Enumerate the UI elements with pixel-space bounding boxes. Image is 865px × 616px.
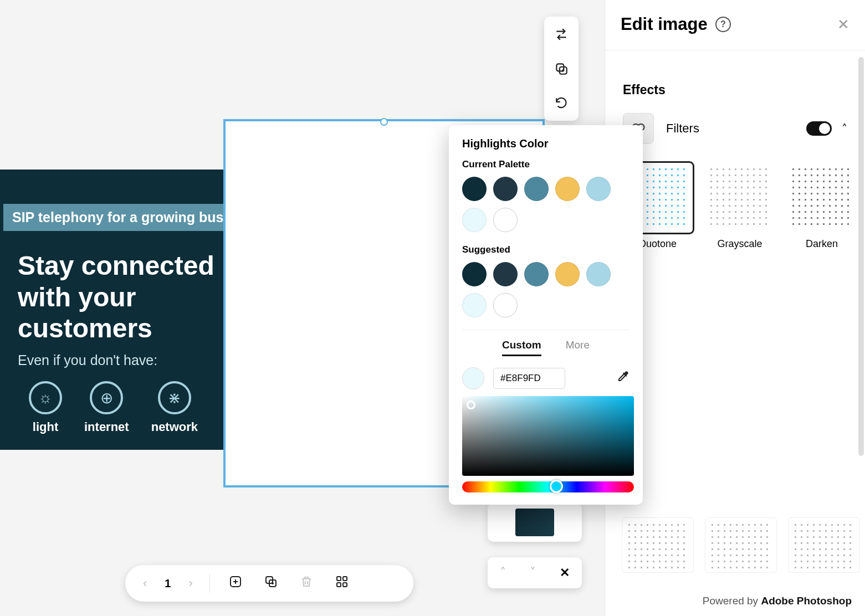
color-swatch[interactable] <box>462 262 487 286</box>
filter-card-label: Darken <box>806 238 838 250</box>
nav-pill: ˄ ˅ ✕ <box>488 557 582 588</box>
hex-row <box>462 367 629 389</box>
powered-by: Powered by Adobe Photoshop <box>703 595 852 607</box>
banner-icon-item: ⊕internet <box>84 381 129 434</box>
image-thumbnail[interactable] <box>515 509 554 536</box>
selection-handle-top[interactable] <box>380 118 388 126</box>
banner-headline: Stay connectedwith yourcustomers <box>18 250 214 345</box>
suggested-palette-label: Suggested <box>462 244 629 255</box>
color-gradient-area[interactable] <box>462 396 634 476</box>
svg-rect-8 <box>343 583 347 587</box>
banner-icon-label: light <box>33 420 58 434</box>
filter-card-label: Grayscale <box>717 238 762 250</box>
filters-label: Filters <box>666 121 699 136</box>
color-swatch[interactable] <box>493 293 518 317</box>
banner-subline: Even if you don't have: <box>18 352 157 368</box>
nav-close[interactable]: ✕ <box>560 566 570 580</box>
svg-rect-7 <box>337 583 341 587</box>
swap-icon[interactable] <box>554 27 569 42</box>
help-icon[interactable]: ? <box>715 17 731 32</box>
color-tabs: Custom More <box>462 330 629 356</box>
filter-card-wrap: Darken <box>787 163 857 250</box>
hex-input[interactable] <box>493 368 565 389</box>
filter-preview <box>708 166 771 229</box>
color-swatch[interactable] <box>524 262 549 286</box>
current-palette <box>462 177 629 232</box>
vertical-toolbar <box>544 17 579 121</box>
color-swatch[interactable] <box>462 177 487 201</box>
hex-preview-swatch <box>462 367 484 389</box>
hue-slider[interactable] <box>462 481 634 492</box>
svg-rect-6 <box>343 577 347 581</box>
popover-title: Highlights Color <box>462 137 629 150</box>
filter-preview <box>790 166 853 229</box>
bottom-toolbar: ‹ 1 › <box>125 565 413 602</box>
current-palette-label: Current Palette <box>462 159 629 170</box>
eyedropper-icon[interactable] <box>616 370 629 387</box>
color-swatch[interactable] <box>462 208 487 232</box>
filter-card-wrap: Grayscale <box>705 163 775 250</box>
add-page-button[interactable] <box>221 575 250 592</box>
page-number: 1 <box>159 577 176 590</box>
collapse-icon[interactable]: ˄ <box>842 122 847 135</box>
filter-card-darken[interactable] <box>787 163 857 233</box>
prev-page[interactable]: ‹ <box>137 576 152 591</box>
banner-icon-item: ⋇network <box>151 381 198 434</box>
svg-rect-5 <box>337 577 341 581</box>
nav-prev[interactable]: ˄ <box>500 566 506 580</box>
filter-card-row-2 <box>622 517 860 573</box>
rotate-icon[interactable] <box>554 95 569 111</box>
banner-icon-row: ☼light⊕internet⋇network <box>29 381 198 434</box>
next-page[interactable]: › <box>183 576 198 591</box>
filter-card-grayscale[interactable] <box>705 163 775 233</box>
color-swatch[interactable] <box>586 177 611 201</box>
banner-icon-label: network <box>151 420 198 434</box>
filter-card[interactable] <box>705 517 777 573</box>
globe-icon: ⊕ <box>90 381 123 414</box>
filter-card-label: Duotone <box>639 238 677 250</box>
filter-card-list: DuotoneGrayscaleDarken <box>623 163 847 250</box>
color-swatch[interactable] <box>493 177 518 201</box>
filter-card[interactable] <box>788 517 860 573</box>
suggested-palette <box>462 262 629 317</box>
highlights-color-popover: Highlights Color Current Palette Suggest… <box>449 125 643 505</box>
scrollbar[interactable] <box>858 57 864 456</box>
banner-icon-item: ☼light <box>29 381 62 434</box>
color-swatch[interactable] <box>462 293 487 317</box>
color-swatch[interactable] <box>555 177 580 201</box>
color-swatch[interactable] <box>586 262 611 286</box>
network-icon: ⋇ <box>158 381 191 414</box>
tab-custom[interactable]: Custom <box>502 339 541 356</box>
bulb-icon: ☼ <box>29 381 62 414</box>
nav-next[interactable]: ˅ <box>530 566 536 580</box>
sidebar-title: Edit image <box>621 14 708 34</box>
banner-icon-label: internet <box>84 420 129 434</box>
duplicate-icon[interactable] <box>554 61 569 76</box>
tab-more[interactable]: More <box>566 339 590 356</box>
hue-thumb[interactable] <box>550 480 563 493</box>
filter-card[interactable] <box>622 517 694 573</box>
edit-image-sidebar: Edit image ? ✕ Effects Filters ˄ <box>605 0 865 616</box>
color-swatch[interactable] <box>493 208 518 232</box>
duplicate-page-button[interactable] <box>257 575 285 592</box>
filters-toggle[interactable] <box>806 121 832 136</box>
divider <box>209 574 210 593</box>
delete-page-button[interactable] <box>292 575 321 592</box>
image-thumbnail-tray <box>488 503 582 542</box>
color-swatch[interactable] <box>555 262 580 286</box>
effects-heading: Effects <box>623 83 847 97</box>
color-swatch[interactable] <box>493 262 518 286</box>
grid-view-button[interactable] <box>327 575 356 592</box>
color-swatch[interactable] <box>524 177 549 201</box>
close-icon[interactable]: ✕ <box>837 16 849 33</box>
gradient-thumb[interactable] <box>467 401 475 409</box>
sidebar-header: Edit image ? ✕ <box>605 0 865 50</box>
filters-row: Filters ˄ <box>623 113 847 144</box>
